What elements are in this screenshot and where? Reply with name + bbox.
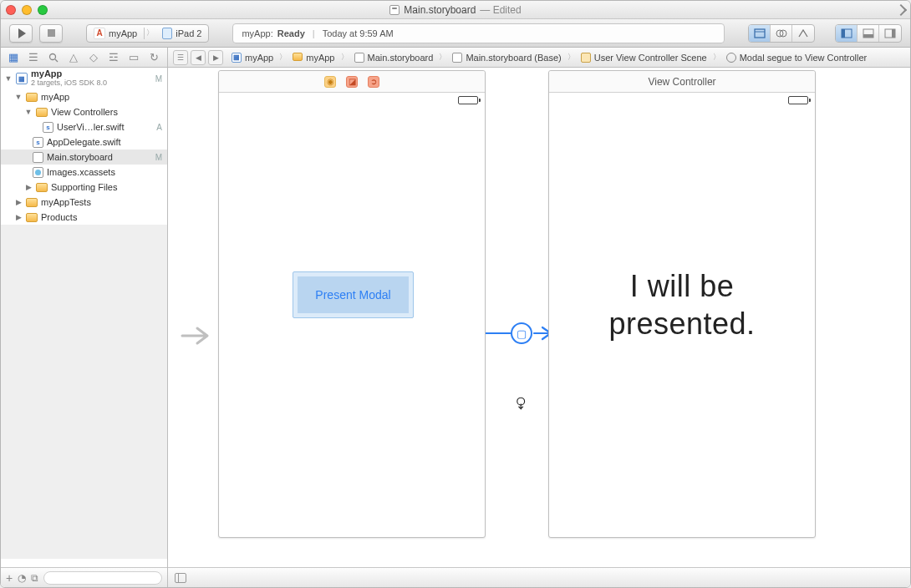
assets-file-icon [33,167,43,178]
file-label: Main.storyboard [47,152,113,162]
status-app: myApp: [242,28,272,38]
file-row-selected[interactable]: Main.storyboardM [1,150,167,165]
utilities-panel-button[interactable] [879,25,901,42]
file-label: Images.xcassets [47,167,115,177]
file-row[interactable]: sUserVi…ler.swiftA [1,119,167,134]
swift-file-icon: s [33,137,43,148]
folder-icon [293,53,303,61]
jump-bar-path[interactable]: ▦myApp〉 myApp〉 Main.storyboard〉 Main.sto… [232,52,867,63]
related-items-button[interactable]: ☰ [173,50,188,65]
assistant-editor-button[interactable] [771,25,792,42]
file-row[interactable]: sAppDelegate.swift [1,134,167,150]
presented-label-line1: I will be [630,269,735,303]
device-icon [162,28,172,39]
search-nav-icon[interactable] [48,52,59,63]
folder-icon [26,198,38,207]
canvas-bottom-bar [168,567,910,587]
status-state: Ready [277,28,305,38]
debug-nav-icon[interactable]: ☲ [108,52,120,63]
forward-button[interactable]: ▶ [208,50,223,65]
version-editor-button[interactable] [792,25,814,42]
present-modal-label: Present Modal [315,288,390,302]
present-modal-button[interactable]: Present Modal [293,271,414,318]
file-row[interactable]: Images.xcassets [1,165,167,180]
exit-icon: ➲ [368,76,379,88]
scm-filter-icon[interactable]: ⧉ [31,572,38,584]
navigator-panel-button[interactable] [836,25,858,42]
symbol-nav-icon[interactable]: ☰ [28,52,39,63]
filter-field[interactable] [43,571,162,585]
group-row[interactable]: ▼myApp [1,89,167,104]
folder-icon [36,108,48,117]
user-view-controller-scene[interactable]: ◉ ◪ ➲ Present Modal [218,70,486,538]
storyboard-icon [452,53,462,63]
panel-toggle-group [835,24,902,43]
main-toolbar: AmyApp 〉 iPad 2 myApp: Ready | Today at … [1,19,910,48]
modal-segue[interactable]: ▢ [486,322,556,344]
scm-badge: M [155,74,162,84]
group-label: Supporting Files [51,182,118,192]
folder-icon [26,93,38,102]
scheme-device-label: iPad 2 [176,28,201,38]
group-row[interactable]: ▶Products [1,210,167,225]
project-icon: ▦ [16,73,28,84]
scene-header[interactable]: View Controller [549,71,815,93]
segue-icon: ▢ [511,322,532,344]
issue-nav-icon[interactable]: △ [68,52,79,63]
editor-mode-group [748,24,815,43]
debug-panel-button[interactable] [858,25,879,42]
document-outline-button[interactable] [175,573,186,583]
crumb-1: myApp [306,53,334,63]
status-time: Today at 9:59 AM [323,28,394,38]
storyboard-doc-icon [389,5,400,15]
app-icon: A [94,28,105,39]
svg-line-11 [55,59,58,62]
report-nav-icon[interactable]: ↻ [148,52,160,63]
group-row[interactable]: ▼View Controllers [1,104,167,119]
storyboard-canvas[interactable]: ◉ ◪ ➲ Present Modal ▢ View Control [168,68,910,567]
crumb-5: Modal segue to View Controller [740,53,868,63]
add-button[interactable]: + [6,571,13,585]
scheme-app-label: myApp [109,28,137,38]
presented-label-line2: presented. [608,307,755,341]
scheme-selector[interactable]: AmyApp 〉 iPad 2 [86,24,209,43]
group-label: myApp [41,92,69,102]
window-title-filename: Main.storyboard [404,4,476,16]
cursor-icon [515,397,528,410]
activity-status: myApp: Ready | Today at 9:59 AM [232,23,725,43]
crumb-0: myApp [245,53,273,63]
folder-icon [26,213,38,222]
standard-editor-button[interactable] [749,25,771,42]
svg-rect-9 [892,29,895,38]
group-label: Products [41,212,77,222]
stop-button[interactable] [39,24,63,43]
presented-label[interactable]: I will be presented. [566,267,798,342]
breakpoint-nav-icon[interactable]: ▭ [128,52,140,63]
group-label: myAppTests [41,197,91,207]
group-row[interactable]: ▶myAppTests [1,195,167,210]
group-row[interactable]: ▶Supporting Files [1,180,167,195]
navigator-jump-bar: ▦ ☰ △ ◇ ☲ ▭ ↻ ☰ ◀ ▶ ▦myApp〉 myApp〉 Main.… [1,48,910,68]
project-icon: ▦ [232,53,242,63]
project-row[interactable]: ▼ ▦ myApp 2 targets, iOS SDK 8.0 M [1,68,167,89]
svg-rect-5 [842,29,845,38]
svg-rect-0 [755,29,765,38]
scene-title: View Controller [648,76,715,88]
swift-file-icon: s [43,122,53,133]
back-button[interactable]: ◀ [191,50,206,65]
run-button[interactable] [9,24,33,43]
storyboard-file-icon [33,152,43,163]
segue-icon [726,53,736,63]
recent-filter-icon[interactable]: ◔ [18,572,26,584]
window-title-suffix: — Edited [480,4,521,16]
svg-point-10 [50,53,56,59]
scene-header[interactable]: ◉ ◪ ➲ [219,71,485,93]
initial-vc-arrow-icon[interactable] [181,325,214,347]
project-nav-icon[interactable]: ▦ [8,52,19,63]
file-label: UserVi…ler.swift [57,122,124,132]
navigator-filter-bar: + ◔ ⧉ [1,567,167,587]
test-nav-icon[interactable]: ◇ [88,52,99,63]
project-navigator: ▼ ▦ myApp 2 targets, iOS SDK 8.0 M ▼myAp… [1,68,168,587]
scm-badge: M [155,153,162,162]
view-controller-scene[interactable]: View Controller I will be presented. [548,70,816,538]
